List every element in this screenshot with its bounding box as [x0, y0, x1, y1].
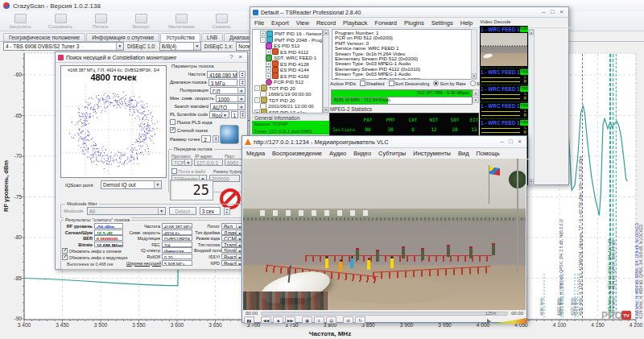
tree-row[interactable]: +PMT PID 16 - Network: [253, 31, 322, 37]
stop-icon[interactable]: ■: [273, 316, 283, 324]
tree-row[interactable]: -PMT PID 2048 - Progr. 1: [253, 37, 322, 43]
menu-item-record[interactable]: Record: [316, 19, 336, 27]
tree-scrollbar[interactable]: ▲ ▼: [323, 29, 329, 114]
tree-row[interactable]: +ES PID 4160: [253, 73, 322, 80]
collapse-icon[interactable]: -: [260, 37, 266, 43]
constellation-titlebar[interactable]: Поиск несущей и Constellation мониторинг…: [56, 52, 247, 63]
param-value[interactable]: 4168,080 МГц: [207, 71, 237, 78]
expand-icon[interactable]: +: [266, 49, 271, 55]
menu-item-5[interactable]: Инструменты: [413, 150, 451, 157]
result-select[interactable]: Single: [221, 247, 244, 253]
menu-item-settings[interactable]: Settings: [431, 19, 453, 27]
menu-item-6[interactable]: Вид: [458, 150, 469, 157]
volume-slider[interactable]: [493, 318, 526, 324]
sort-option-0[interactable]: Disabled: [360, 81, 385, 86]
update-modulation-checkbox[interactable]: [62, 254, 68, 260]
speaker-icon[interactable]: [487, 319, 491, 324]
result-select[interactable]: CCM: [221, 235, 244, 241]
detect-interval[interactable]: 3 сек: [200, 207, 221, 215]
menu-item-3[interactable]: Видео: [353, 150, 371, 157]
seek-slider[interactable]: [261, 312, 508, 316]
pls-search-row[interactable]: Поиск PLS кода: [170, 119, 213, 125]
iqscan-select[interactable]: Demod IQ out: [101, 180, 162, 189]
protocol-select[interactable]: TCP: [171, 159, 192, 166]
dot-size-stepper[interactable]: [213, 135, 219, 143]
collapse-icon[interactable]: -: [254, 97, 260, 103]
checkbox[interactable]: [360, 81, 365, 86]
help-button[interactable]: ?: [227, 53, 236, 61]
close-button[interactable]: ×: [236, 53, 245, 61]
port-field[interactable]: 6961: [225, 159, 242, 166]
maximize-button[interactable]: □: [506, 138, 515, 146]
stream-file-checkbox[interactable]: [171, 168, 177, 174]
result-select[interactable]: Выкл.: [221, 260, 244, 266]
scroll-down-icon[interactable]: ▼: [324, 107, 328, 113]
info-scrollbar[interactable]: ▼: [471, 29, 477, 80]
extended-settings-icon[interactable]: ≡: [314, 316, 324, 324]
param-select[interactable]: 1000: [216, 95, 246, 102]
menu-item-7[interactable]: Помощь: [477, 150, 500, 157]
tree-row[interactable]: +ES PID 4112: [253, 49, 322, 56]
detect-interval-stepper[interactable]: [224, 207, 230, 215]
menu-item-plugins[interactable]: Plugins: [404, 19, 424, 27]
playlist-icon[interactable]: ▤: [326, 316, 336, 324]
expand-icon[interactable]: +: [260, 31, 266, 36]
blind-search-checkbox[interactable]: [170, 127, 175, 133]
menu-item-2[interactable]: Аудио: [329, 150, 346, 157]
param-stepper[interactable]: [239, 71, 246, 78]
scroll-up-icon[interactable]: ▲: [529, 30, 534, 35]
pids-scroll-up-icon[interactable]: ▲: [473, 89, 479, 96]
pause-icon[interactable]: ▮▮: [244, 316, 254, 324]
modcode-select[interactable]: All: [87, 207, 166, 215]
expand-icon[interactable]: +: [266, 61, 271, 67]
detect-button[interactable]: Detect: [169, 207, 196, 215]
update-modulation-row[interactable]: Обновлять инфо о модуляции: [62, 254, 127, 260]
tree-row[interactable]: SDT: WRC FEED 1: [253, 55, 322, 61]
menu-item-forward[interactable]: Forward: [375, 19, 398, 27]
expand-icon[interactable]: +: [254, 110, 260, 114]
menu-item-0[interactable]: Медиа: [246, 150, 265, 157]
tree-row[interactable]: -TDT PID 20: [253, 97, 322, 104]
menu-item-export[interactable]: Export: [271, 19, 289, 27]
blind-search-row[interactable]: Слепой поиск: [170, 127, 208, 133]
scroll-down-icon[interactable]: ▼: [472, 73, 477, 79]
menu-item-view[interactable]: View: [296, 19, 309, 27]
pid-tree[interactable]: +PMT PID 16 - Network-PMT PID 2048 - Pro…: [252, 29, 323, 114]
tree-row[interactable]: +ES PID 4128: [253, 61, 322, 68]
menu-item-file[interactable]: File: [254, 19, 264, 27]
vlc-titlebar[interactable]: http://127.0.0.1:1234 - Медиапроигрывате…: [242, 136, 526, 148]
dot-size-value[interactable]: 2: [201, 135, 211, 143]
scroll-down-icon[interactable]: ▼: [529, 179, 534, 184]
pids-scroll-down-icon[interactable]: ▼: [473, 97, 479, 103]
param-value[interactable]: 3 МГц: [208, 79, 238, 86]
param-select[interactable]: Г/Л: [210, 87, 246, 94]
pls-search-checkbox[interactable]: [170, 119, 175, 125]
param-select[interactable]: AUTO: [210, 103, 246, 110]
menu-item-help[interactable]: Help: [460, 19, 473, 27]
video-frame[interactable]: [243, 159, 526, 310]
ip-field[interactable]: 127.0.0.1: [194, 159, 223, 166]
previous-icon[interactable]: ◀◀: [261, 316, 271, 324]
result-select[interactable]: Выкл.: [221, 254, 244, 259]
tree-row[interactable]: -TOT PID 20: [253, 85, 322, 92]
random-icon[interactable]: ↻: [355, 316, 365, 324]
menu-item-playback[interactable]: Playback: [343, 19, 367, 27]
sort-option-1[interactable]: Sort Descending: [389, 81, 430, 86]
tree-row[interactable]: +SDT PID 17 <1>: [253, 110, 322, 114]
loop-icon[interactable]: ⇄: [343, 316, 353, 324]
maximize-button[interactable]: □: [548, 8, 557, 16]
checkbox[interactable]: [389, 81, 394, 86]
result-select[interactable]: Вкл.: [221, 223, 244, 229]
stream-file-row[interactable]: Поток в файл Размер буфера: [171, 168, 245, 174]
expand-icon[interactable]: +: [266, 67, 271, 72]
globe-button[interactable]: [220, 125, 239, 144]
tsreader-titlebar[interactable]: Default -- TSReader Professional 2.8.40 …: [250, 7, 568, 18]
update-signal-row[interactable]: Обновлять инфо о сигнале: [62, 248, 122, 254]
param-value[interactable]: 1: [231, 111, 238, 118]
decode-scrollbar[interactable]: ▲ ▼: [528, 29, 535, 185]
minimize-button[interactable]: –: [539, 8, 548, 16]
video-thumbnail[interactable]: [481, 33, 527, 66]
close-button[interactable]: ×: [557, 8, 566, 16]
menu-item-4[interactable]: Субтитры: [378, 150, 406, 157]
param-select[interactable]: Root: [209, 111, 229, 118]
